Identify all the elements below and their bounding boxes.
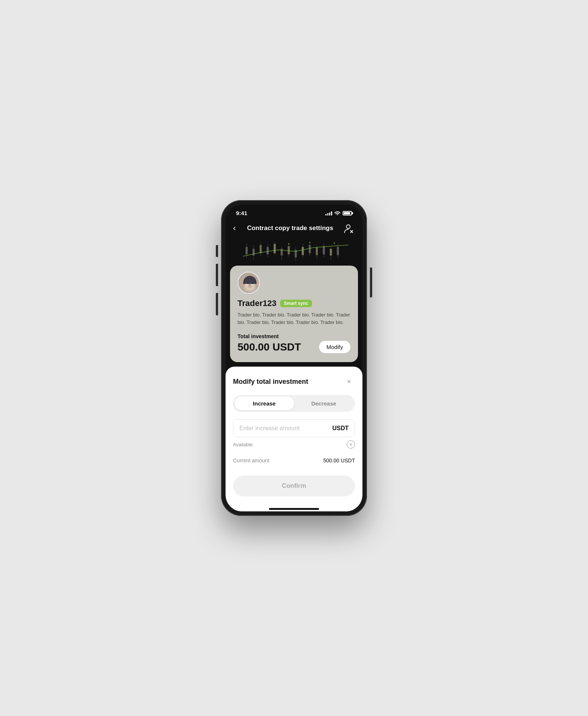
phone-frame: 9:41 <box>221 200 367 516</box>
plus-circle-button[interactable]: + <box>347 440 355 449</box>
trader-header: Trader123 Smart sync <box>238 299 350 308</box>
amount-input-container: USDT <box>233 419 355 437</box>
navigation-bar: ‹ Contract copy trade settings <box>226 218 362 239</box>
confirm-button[interactable]: Confirm <box>233 475 355 496</box>
phone-screen: 9:41 <box>226 205 362 511</box>
content-area: Trader123 Smart sync Trader bio. Trader … <box>226 266 362 511</box>
bottom-sheet: Modify total investment × Increase Decre… <box>226 367 362 511</box>
sheet-title: Modify total investment <box>233 378 308 386</box>
toggle-tabs: Increase Decrease <box>233 395 355 412</box>
currency-label: USDT <box>332 425 349 432</box>
trader-bio: Trader bio. Trader bio. Trader bio. Trad… <box>238 311 350 326</box>
status-right-icons <box>325 210 352 216</box>
close-button[interactable]: × <box>343 376 355 388</box>
svg-point-0 <box>346 225 350 229</box>
signal-icon <box>325 211 332 215</box>
svg-rect-24 <box>316 248 318 255</box>
chart-background <box>226 239 362 266</box>
svg-rect-28 <box>330 249 332 256</box>
sheet-header: Modify total investment × <box>233 376 355 388</box>
volume-up-button <box>216 264 218 286</box>
status-time: 9:41 <box>236 210 247 216</box>
investment-row: 500.00 USDT Modify <box>238 341 350 353</box>
back-button[interactable]: ‹ <box>233 222 239 235</box>
svg-rect-20 <box>302 247 304 255</box>
svg-rect-14 <box>281 249 283 256</box>
tab-increase[interactable]: Increase <box>235 397 294 410</box>
volume-silent-button <box>216 245 218 257</box>
trader-name: Trader123 <box>238 299 276 308</box>
trader-card: Trader123 Smart sync Trader bio. Trader … <box>230 266 358 362</box>
modify-button[interactable]: Modify <box>319 341 350 353</box>
nav-title: Contract copy trade settings <box>239 224 342 232</box>
available-row: Available + <box>233 440 355 449</box>
svg-point-49 <box>250 285 251 285</box>
investment-amount: 500.00 USDT <box>238 341 301 353</box>
home-indicator <box>233 502 355 511</box>
power-button <box>370 267 372 297</box>
svg-rect-4 <box>245 247 248 254</box>
tab-decrease[interactable]: Decrease <box>294 397 353 410</box>
current-amount-label: Current amount <box>233 458 269 463</box>
svg-point-32 <box>309 242 310 243</box>
amount-input[interactable] <box>239 425 332 432</box>
volume-down-button <box>216 293 218 315</box>
svg-point-31 <box>288 243 290 245</box>
svg-rect-8 <box>260 245 262 253</box>
battery-icon <box>343 211 352 215</box>
smart-sync-badge: Smart sync <box>280 300 312 307</box>
svg-rect-10 <box>267 247 269 254</box>
current-amount-row: Current amount 500.00 USDT <box>233 458 355 463</box>
svg-rect-26 <box>323 246 325 254</box>
investment-label: Total investment <box>238 333 350 339</box>
svg-point-48 <box>249 285 249 285</box>
svg-rect-22 <box>309 245 311 253</box>
svg-rect-16 <box>288 246 290 254</box>
svg-rect-6 <box>252 249 255 256</box>
wifi-icon <box>334 210 340 216</box>
home-bar <box>269 508 319 510</box>
status-bar: 9:41 <box>226 205 362 218</box>
current-amount-value: 500.00 USDT <box>323 458 355 463</box>
svg-rect-30 <box>337 247 339 255</box>
svg-point-33 <box>334 242 335 244</box>
unfollow-button[interactable] <box>342 221 355 235</box>
available-label: Available <box>233 442 253 447</box>
trader-avatar <box>238 272 260 294</box>
svg-rect-12 <box>274 244 276 253</box>
